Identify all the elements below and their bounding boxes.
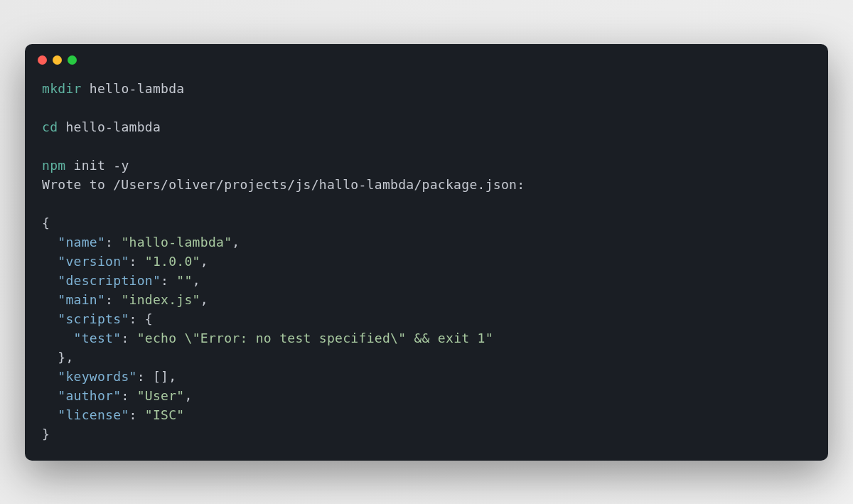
output-wrote-line: Wrote to /Users/oliver/projects/js/hallo… xyxy=(42,177,525,192)
json-value-keywords: [] xyxy=(153,369,168,384)
command-npm: npm xyxy=(42,158,65,173)
maximize-icon[interactable] xyxy=(68,55,77,65)
json-close-brace: } xyxy=(42,427,50,441)
json-open-brace: { xyxy=(42,215,50,230)
json-key-scripts: "scripts" xyxy=(58,311,129,326)
terminal-window: mkdir hello-lambda cd hello-lambda npm i… xyxy=(25,44,828,461)
arg-cd: hello-lambda xyxy=(65,119,161,134)
json-value-version: "1.0.0" xyxy=(145,254,200,269)
titlebar xyxy=(25,44,828,70)
json-value-description: "" xyxy=(176,273,192,288)
json-key-main: "main" xyxy=(58,292,105,307)
minimize-icon[interactable] xyxy=(53,55,62,65)
terminal-output[interactable]: mkdir hello-lambda cd hello-lambda npm i… xyxy=(25,70,828,461)
json-value-main: "index.js" xyxy=(121,292,200,307)
json-value-license: "ISC" xyxy=(145,407,185,422)
close-icon[interactable] xyxy=(38,55,47,65)
json-key-author: "author" xyxy=(58,388,121,403)
json-value-test: "echo \"Error: no test specified\" && ex… xyxy=(137,331,493,345)
json-value-author: "User" xyxy=(137,388,185,403)
arg-mkdir: hello-lambda xyxy=(90,81,185,96)
json-key-test: "test" xyxy=(74,331,122,345)
json-value-name: "hallo-lambda" xyxy=(121,235,232,250)
json-key-license: "license" xyxy=(58,407,129,422)
json-key-description: "description" xyxy=(58,273,161,288)
command-cd: cd xyxy=(42,119,58,134)
json-key-version: "version" xyxy=(58,254,129,269)
arg-npm: init -y xyxy=(74,158,129,173)
command-mkdir: mkdir xyxy=(42,81,82,96)
json-key-name: "name" xyxy=(58,235,105,250)
json-key-keywords: "keywords" xyxy=(58,369,136,384)
